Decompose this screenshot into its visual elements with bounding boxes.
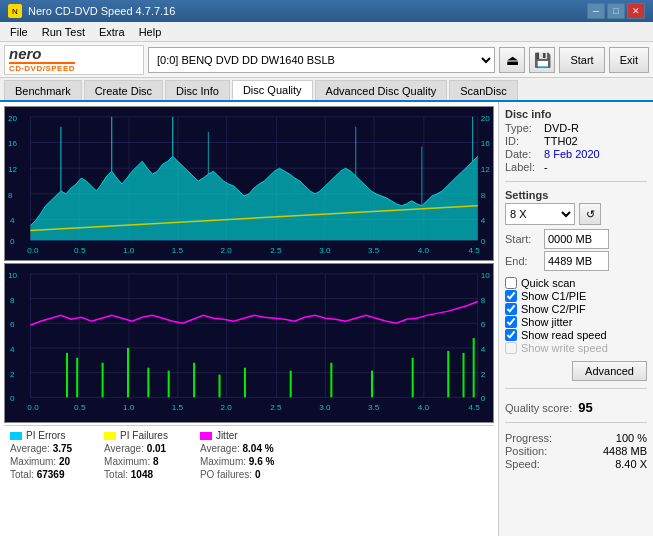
svg-text:8: 8 [481, 191, 486, 200]
jitter-avg-label: Average: [200, 443, 240, 454]
disc-info-title: Disc info [505, 108, 647, 120]
svg-text:3.5: 3.5 [368, 246, 380, 255]
stats-area: PI Errors Average: 3.75 Maximum: 20 Tota… [4, 425, 494, 484]
menu-file[interactable]: File [4, 24, 34, 40]
advanced-button[interactable]: Advanced [572, 361, 647, 381]
minimize-button[interactable]: ─ [587, 3, 605, 19]
svg-text:2.5: 2.5 [270, 246, 282, 255]
maximize-button[interactable]: □ [607, 3, 625, 19]
menu-run-test[interactable]: Run Test [36, 24, 91, 40]
end-input[interactable] [544, 251, 609, 271]
logo-nero-text: nero [9, 46, 75, 61]
id-label: ID: [505, 135, 540, 147]
tab-create-disc[interactable]: Create Disc [84, 80, 163, 100]
svg-text:2.5: 2.5 [270, 403, 282, 412]
speed-value: 8.40 X [615, 458, 647, 470]
tab-disc-info[interactable]: Disc Info [165, 80, 230, 100]
tab-advanced-disc-quality[interactable]: Advanced Disc Quality [315, 80, 448, 100]
show-c1-pie-checkbox[interactable] [505, 290, 517, 302]
refresh-icon-button[interactable]: ↺ [579, 203, 601, 225]
settings-section: Settings 8 X ↺ Start: End: [505, 189, 647, 273]
quality-score-row: Quality score: 95 [505, 400, 647, 415]
show-write-speed-row: Show write speed [505, 342, 647, 354]
tab-scandisc[interactable]: ScanDisc [449, 80, 517, 100]
svg-rect-67 [127, 348, 129, 397]
stats-pi-errors: PI Errors Average: 3.75 Maximum: 20 Tota… [10, 430, 72, 480]
jitter-label: Jitter [216, 430, 238, 441]
end-label: End: [505, 255, 540, 267]
pif-max-label: Maximum: [104, 456, 150, 467]
pif-color [104, 432, 116, 440]
pi-max-label: Maximum: [10, 456, 56, 467]
svg-text:0.0: 0.0 [27, 246, 39, 255]
pi-errors-label: PI Errors [26, 430, 65, 441]
tab-disc-quality[interactable]: Disc Quality [232, 80, 313, 100]
show-c2-pif-checkbox[interactable] [505, 303, 517, 315]
drive-select[interactable]: [0:0] BENQ DVD DD DW1640 BSLB [148, 47, 495, 73]
svg-rect-79 [473, 338, 475, 397]
progress-label: Progress: [505, 432, 552, 444]
show-c2-pif-label: Show C2/PIF [521, 303, 586, 315]
pi-total-value: 67369 [37, 469, 65, 480]
jitter-avg-value: 8.04 % [243, 443, 274, 454]
svg-rect-78 [463, 353, 465, 397]
show-jitter-checkbox[interactable] [505, 316, 517, 328]
checkboxes-section: Quick scan Show C1/PIE Show C2/PIF Show … [505, 277, 647, 355]
show-read-speed-row: Show read speed [505, 329, 647, 341]
svg-text:12: 12 [8, 165, 18, 174]
disc-label-row: Label: - [505, 161, 647, 173]
chart-jitter-pif: 10 8 6 4 2 0 10 8 6 4 2 0 0.0 0.5 1.0 1.… [4, 263, 494, 423]
pif-avg-label: Average: [104, 443, 144, 454]
stats-jitter: Jitter Average: 8.04 % Maximum: 9.6 % PO… [200, 430, 274, 480]
svg-rect-76 [412, 358, 414, 398]
jitter-max-value: 9.6 % [249, 456, 275, 467]
divider-3 [505, 422, 647, 423]
label-value: - [544, 161, 548, 173]
speed-select[interactable]: 8 X [505, 203, 575, 225]
svg-text:4.5: 4.5 [469, 403, 481, 412]
divider-2 [505, 388, 647, 389]
main-content: 20 16 12 8 4 0 20 16 12 8 4 0 0.0 0.5 1.… [0, 102, 653, 536]
show-write-speed-label: Show write speed [521, 342, 608, 354]
quality-score-label: Quality score: [505, 402, 572, 414]
date-value: 8 Feb 2020 [544, 148, 600, 160]
label-label: Label: [505, 161, 540, 173]
start-input[interactable] [544, 229, 609, 249]
svg-text:0: 0 [10, 237, 15, 246]
position-row: Position: 4488 MB [505, 445, 647, 457]
exit-button[interactable]: Exit [609, 47, 649, 73]
pi-errors-color [10, 432, 22, 440]
divider-1 [505, 181, 647, 182]
svg-text:4: 4 [481, 345, 486, 354]
toolbar: nero CD·DVD/SPEED [0:0] BENQ DVD DD DW16… [0, 42, 653, 78]
advanced-button-container: Advanced [505, 359, 647, 381]
close-button[interactable]: ✕ [627, 3, 645, 19]
svg-text:8: 8 [10, 296, 15, 305]
svg-rect-68 [147, 368, 149, 398]
show-read-speed-label: Show read speed [521, 329, 607, 341]
start-button[interactable]: Start [559, 47, 604, 73]
eject-icon-button[interactable]: ⏏ [499, 47, 525, 73]
menu-extra[interactable]: Extra [93, 24, 131, 40]
show-c1-pie-row: Show C1/PIE [505, 290, 647, 302]
save-icon-button[interactable]: 💾 [529, 47, 555, 73]
svg-text:0: 0 [481, 394, 486, 403]
svg-text:4.0: 4.0 [418, 403, 430, 412]
pi-avg-value: 3.75 [53, 443, 72, 454]
quality-score-value: 95 [578, 400, 592, 415]
progress-value: 100 % [616, 432, 647, 444]
speed-row: 8 X ↺ [505, 203, 647, 225]
show-write-speed-checkbox [505, 342, 517, 354]
settings-title: Settings [505, 189, 647, 201]
svg-text:2: 2 [10, 370, 15, 379]
menu-help[interactable]: Help [133, 24, 168, 40]
svg-text:4: 4 [10, 217, 15, 226]
jitter-color [200, 432, 212, 440]
end-input-row: End: [505, 251, 647, 271]
quick-scan-checkbox[interactable] [505, 277, 517, 289]
svg-text:20: 20 [8, 114, 18, 123]
title-bar-text: Nero CD-DVD Speed 4.7.7.16 [28, 5, 175, 17]
tab-benchmark[interactable]: Benchmark [4, 80, 82, 100]
show-read-speed-checkbox[interactable] [505, 329, 517, 341]
svg-text:4: 4 [10, 345, 15, 354]
